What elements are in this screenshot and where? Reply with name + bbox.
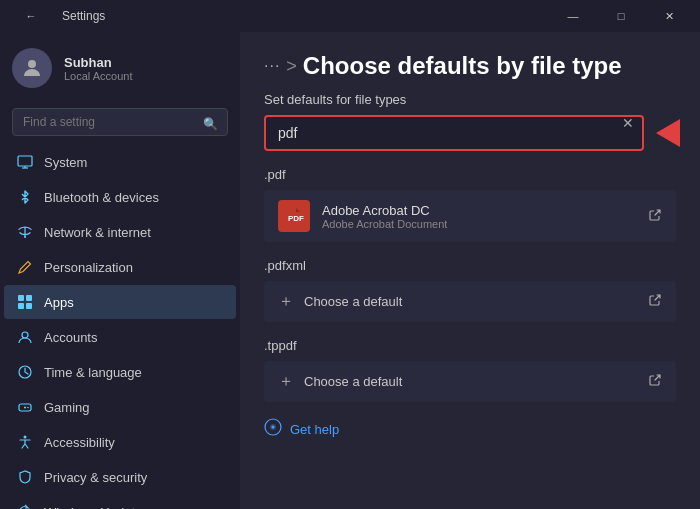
search-icon: 🔍 (203, 117, 218, 131)
sidebar-item-label-personalization: Personalization (44, 260, 133, 275)
close-button[interactable]: ✕ (646, 0, 692, 32)
open-link-icon[interactable] (648, 208, 662, 225)
titlebar-left: ← Settings (8, 0, 105, 32)
svg-rect-8 (26, 303, 32, 309)
acrobat-icon: PDF (278, 200, 310, 232)
filetype-ext-pdf: .pdf (264, 167, 676, 182)
back-button[interactable]: ← (8, 0, 54, 32)
breadcrumb-separator: > (286, 56, 297, 77)
choose-default-label-tppdf: Choose a default (304, 374, 402, 389)
content-area: ··· > Choose defaults by file type Set d… (240, 32, 700, 509)
file-type-filter-input[interactable] (264, 115, 644, 151)
open-link-icon-tppdf[interactable] (648, 373, 662, 390)
open-link-icon-pdfxml[interactable] (648, 293, 662, 310)
minimize-button[interactable]: — (550, 0, 596, 32)
sidebar-item-label-gaming: Gaming (44, 400, 90, 415)
user-info: Subhan Local Account (64, 55, 133, 82)
svg-point-0 (28, 60, 36, 68)
arrow-indicator (656, 119, 680, 147)
sidebar-nav: System Bluetooth & devices Network & int… (0, 144, 240, 509)
sidebar-item-bluetooth[interactable]: Bluetooth & devices (4, 180, 236, 214)
sidebar-item-accessibility[interactable]: Accessibility (4, 425, 236, 459)
filetype-row-pdfxml[interactable]: ＋ Choose a default (264, 281, 676, 322)
svg-point-4 (24, 236, 26, 238)
get-help-label: Get help (290, 422, 339, 437)
svg-point-15 (24, 436, 27, 439)
sidebar-item-personalization[interactable]: Personalization (4, 250, 236, 284)
sidebar-item-privacy[interactable]: Privacy & security (4, 460, 236, 494)
svg-rect-1 (18, 156, 32, 166)
filter-clear-button[interactable]: ✕ (622, 115, 634, 131)
sidebar-item-label-network: Network & internet (44, 225, 151, 240)
sidebar-item-network[interactable]: Network & internet (4, 215, 236, 249)
sidebar: Subhan Local Account 🔍 System Bluetooth … (0, 32, 240, 509)
sidebar-item-label-apps: Apps (44, 295, 74, 310)
filetype-ext-pdfxml: .pdfxml (264, 258, 676, 273)
user-account-type: Local Account (64, 70, 133, 82)
sidebar-item-label-bluetooth: Bluetooth & devices (44, 190, 159, 205)
sidebar-item-accounts[interactable]: Accounts (4, 320, 236, 354)
sidebar-item-label-system: System (44, 155, 87, 170)
titlebar: ← Settings — □ ✕ (0, 0, 700, 32)
section-label: Set defaults for file types (264, 92, 676, 107)
user-name: Subhan (64, 55, 133, 70)
filetype-section-tppdf: .tppdf ＋ Choose a default (264, 338, 676, 402)
help-icon (264, 418, 282, 440)
search-input[interactable] (12, 108, 228, 136)
network-icon (16, 223, 34, 241)
personalization-icon (16, 258, 34, 276)
page-title: Choose defaults by file type (303, 52, 622, 80)
svg-point-14 (27, 407, 29, 409)
choose-default-label-pdfxml: Choose a default (304, 294, 402, 309)
sidebar-item-label-time: Time & language (44, 365, 142, 380)
svg-text:PDF: PDF (288, 214, 304, 223)
breadcrumb: ··· > Choose defaults by file type (264, 52, 676, 80)
apps-icon (16, 293, 34, 311)
filetype-ext-tppdf: .tppdf (264, 338, 676, 353)
filetype-row-pdf[interactable]: PDF Adobe Acrobat DC Adobe Acrobat Docum… (264, 190, 676, 242)
get-help-link[interactable]: Get help (264, 418, 676, 440)
time-icon (16, 363, 34, 381)
search-container: 🔍 (0, 104, 240, 144)
main-container: Subhan Local Account 🔍 System Bluetooth … (0, 32, 700, 509)
sidebar-item-label-privacy: Privacy & security (44, 470, 147, 485)
svg-rect-7 (18, 303, 24, 309)
titlebar-controls: — □ ✕ (550, 0, 692, 32)
filetype-row-tppdf[interactable]: ＋ Choose a default (264, 361, 676, 402)
sidebar-item-label-update: Windows Update (44, 505, 142, 510)
avatar (12, 48, 52, 88)
svg-point-9 (22, 332, 28, 338)
acrobat-info: Adobe Acrobat DC Adobe Acrobat Document (322, 203, 636, 230)
svg-point-19 (272, 426, 275, 429)
maximize-button[interactable]: □ (598, 0, 644, 32)
app-desc: Adobe Acrobat Document (322, 218, 636, 230)
app-name: Adobe Acrobat DC (322, 203, 636, 218)
user-profile[interactable]: Subhan Local Account (0, 32, 240, 104)
sidebar-item-apps[interactable]: Apps (4, 285, 236, 319)
titlebar-title: Settings (62, 9, 105, 23)
accounts-icon (16, 328, 34, 346)
gaming-icon (16, 398, 34, 416)
filetype-section-pdf: .pdf PDF Adobe Acrobat DC Adobe Acrobat … (264, 167, 676, 242)
breadcrumb-dots[interactable]: ··· (264, 57, 280, 75)
sidebar-item-label-accounts: Accounts (44, 330, 97, 345)
privacy-icon (16, 468, 34, 486)
svg-rect-5 (18, 295, 24, 301)
sidebar-item-label-accessibility: Accessibility (44, 435, 115, 450)
plus-icon-tppdf: ＋ (278, 371, 294, 392)
sidebar-item-time[interactable]: Time & language (4, 355, 236, 389)
svg-rect-6 (26, 295, 32, 301)
bluetooth-icon (16, 188, 34, 206)
accessibility-icon (16, 433, 34, 451)
plus-icon-pdfxml: ＋ (278, 291, 294, 312)
update-icon (16, 503, 34, 509)
sidebar-item-gaming[interactable]: Gaming (4, 390, 236, 424)
sidebar-item-update[interactable]: Windows Update (4, 495, 236, 509)
filetype-section-pdfxml: .pdfxml ＋ Choose a default (264, 258, 676, 322)
system-icon (16, 153, 34, 171)
filter-box-wrap: ✕ (264, 115, 676, 151)
sidebar-item-system[interactable]: System (4, 145, 236, 179)
